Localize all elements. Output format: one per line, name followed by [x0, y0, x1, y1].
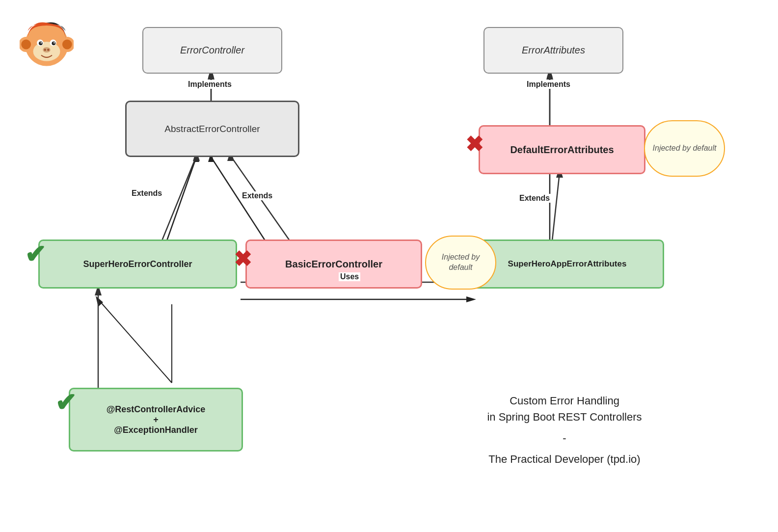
svg-line-21 [167, 157, 196, 240]
error-controller-box: ErrorController [142, 27, 282, 74]
rest-controller-advice-box: @RestControllerAdvice + @ExceptionHandle… [69, 388, 243, 452]
super-hero-ec-box: SuperHeroErrorController [38, 239, 237, 289]
caption-line3: - [412, 430, 717, 446]
svg-point-13 [44, 49, 46, 51]
rest-ca-label: @RestControllerAdvice + @ExceptionHandle… [107, 404, 206, 435]
cloud-1-text: Injected by default [431, 252, 490, 273]
caption: Custom Error Handling in Spring Boot RES… [412, 393, 717, 467]
svg-point-10 [41, 42, 42, 44]
super-hero-ec-label: SuperHeroErrorController [83, 259, 192, 269]
svg-marker-26 [466, 296, 476, 302]
extends-label-1: Extends [130, 189, 163, 198]
super-hero-ec-check: ✔ [25, 239, 46, 269]
svg-point-14 [47, 49, 49, 51]
cloud-bubble-1: Injected by default [425, 236, 496, 290]
caption-line4: The Practical Developer (tpd.io) [412, 451, 717, 467]
svg-line-34 [162, 156, 196, 240]
svg-point-11 [54, 42, 55, 44]
super-hero-app-ea-box: SuperHeroAppErrorAttributes [470, 239, 664, 289]
svg-point-4 [62, 40, 72, 50]
caption-line1: Custom Error Handling [412, 393, 717, 409]
svg-marker-29 [96, 296, 103, 307]
super-hero-app-ea-label: SuperHeroAppErrorAttributes [508, 259, 627, 269]
error-attributes-box: ErrorAttributes [483, 27, 623, 74]
error-controller-label: ErrorController [180, 45, 244, 56]
extends-label-3: Extends [518, 194, 551, 203]
svg-point-9 [52, 41, 55, 45]
svg-line-28 [98, 299, 172, 383]
caption-line2: in Spring Boot REST Controllers [412, 409, 717, 425]
svg-point-2 [21, 40, 31, 50]
basic-ec-box: BasicErrorController [245, 239, 422, 289]
default-ea-xmark: ✖ [465, 132, 483, 157]
diagram-container: SuperHeroAppErrorAttributes (horizontal)… [0, 0, 778, 532]
implements-label-2: Implements [525, 80, 572, 89]
implements-label-1: Implements [187, 80, 233, 89]
default-error-attributes-box: DefaultErrorAttributes [479, 125, 645, 174]
error-attributes-label: ErrorAttributes [522, 45, 585, 56]
cloud-bubble-2: Injected by default [644, 120, 725, 177]
rest-ca-check: ✔ [55, 388, 77, 417]
cloud-2-text: Injected by default [653, 143, 717, 154]
default-ea-label: DefaultErrorAttributes [510, 144, 614, 156]
extends-label-2: Extends [241, 191, 274, 200]
basic-ec-label: BasicErrorController [285, 259, 382, 270]
svg-line-38 [552, 173, 560, 240]
abstract-error-controller-box: AbstractErrorController [125, 101, 299, 157]
uses-label: Uses [339, 272, 360, 281]
abstract-ec-label: AbstractErrorController [164, 124, 260, 134]
monkey-logo [20, 15, 74, 69]
basic-ec-xmark: ✖ [234, 246, 252, 271]
svg-point-8 [39, 41, 43, 45]
